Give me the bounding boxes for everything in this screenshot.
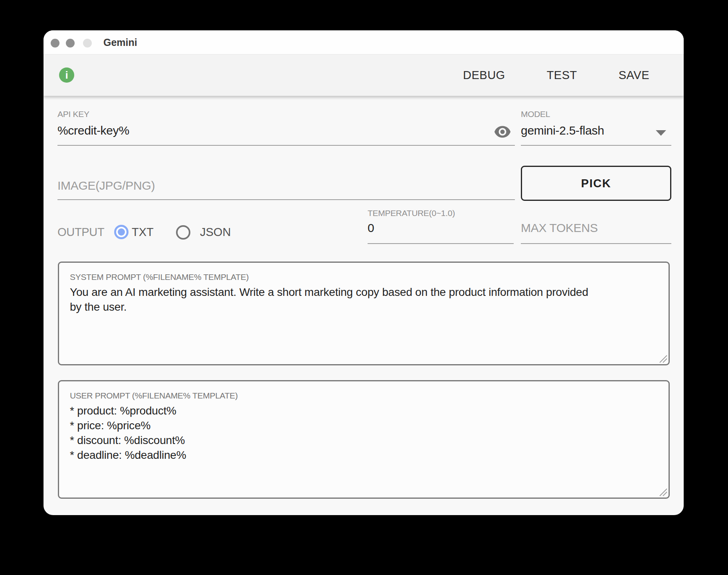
output-json-radio-label[interactable]: JSON — [200, 226, 231, 239]
eye-icon[interactable] — [494, 125, 511, 139]
temperature-underline — [368, 243, 514, 244]
debug-button[interactable]: DEBUG — [463, 69, 505, 82]
image-underline — [57, 199, 515, 200]
desktop: { "window": { "title": "Gemini" }, "tool… — [0, 0, 728, 575]
close-window-button[interactable] — [51, 39, 59, 48]
info-icon[interactable]: i — [59, 67, 74, 83]
pick-image-button[interactable]: PICK — [521, 166, 671, 201]
chevron-down-icon[interactable] — [656, 130, 666, 136]
output-txt-radio-label[interactable]: TXT — [132, 226, 154, 239]
zoom-window-button[interactable] — [83, 39, 92, 48]
system-prompt-textarea[interactable]: SYSTEM PROMPT (%FILENAME% TEMPLATE) You … — [58, 262, 670, 365]
resize-handle-icon[interactable] — [658, 353, 667, 363]
output-txt-radio[interactable] — [114, 225, 129, 239]
window-title: Gemini — [103, 30, 137, 54]
user-prompt-textarea[interactable]: USER PROMPT (%FILENAME% TEMPLATE) * prod… — [58, 380, 670, 499]
user-prompt-label: USER PROMPT (%FILENAME% TEMPLATE) — [70, 391, 238, 401]
model-underline — [521, 145, 671, 146]
gemini-window: Gemini i DEBUG TEST SAVE API KEY %credit… — [44, 30, 684, 515]
resize-handle-icon[interactable] — [658, 487, 667, 496]
model-label: MODEL — [521, 109, 550, 119]
user-prompt-text[interactable]: * product: %product% * price: %price% * … — [70, 403, 186, 462]
test-button[interactable]: TEST — [547, 69, 577, 82]
api-key-underline — [57, 145, 515, 146]
api-key-input[interactable]: %credit-key% — [57, 124, 129, 137]
image-file-input[interactable]: IMAGE(JPG/PNG) — [57, 179, 155, 192]
max-tokens-underline — [521, 243, 671, 244]
api-key-label: API KEY — [57, 109, 89, 119]
toolbar: i DEBUG TEST SAVE — [44, 55, 684, 96]
minimize-window-button[interactable] — [66, 39, 75, 48]
output-json-radio[interactable] — [176, 225, 190, 240]
model-select[interactable]: gemini-2.5-flash — [521, 124, 604, 137]
max-tokens-input[interactable]: MAX TOKENS — [521, 221, 598, 235]
system-prompt-text[interactable]: You are an AI marketing assistant. Write… — [70, 285, 601, 314]
temperature-label: TEMPERATURE(0~1.0) — [368, 208, 455, 218]
toolbar-actions: DEBUG TEST SAVE — [463, 69, 684, 82]
temperature-input[interactable]: 0 — [368, 221, 374, 235]
system-prompt-label: SYSTEM PROMPT (%FILENAME% TEMPLATE) — [70, 272, 249, 282]
title-bar: Gemini — [44, 30, 684, 55]
save-button[interactable]: SAVE — [619, 69, 649, 82]
output-label: OUTPUT — [57, 226, 104, 239]
